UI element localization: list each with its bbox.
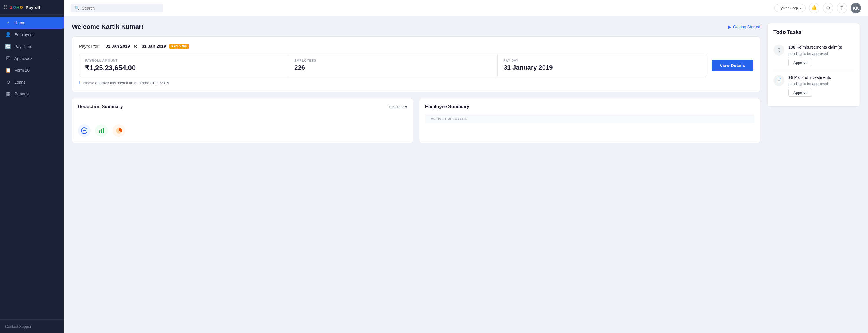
logo-z: Z <box>10 5 12 9</box>
sidebar-label-home: Home <box>14 21 25 25</box>
sidebar-item-reports[interactable]: ▦ Reports <box>0 88 64 100</box>
todo-item-investments: 📄 96 Proof of investments pending to be … <box>773 71 854 101</box>
logo-area: ⠿ ZOHO Payroll <box>0 0 64 15</box>
payroll-prefix: Payroll for <box>79 44 99 48</box>
payroll-amount-value: ₹1,25,23,654.00 <box>85 64 282 72</box>
sidebar-item-loans[interactable]: ⊙ Loans <box>0 76 64 88</box>
sidebar-item-form16[interactable]: 📋 Form 16 <box>0 64 64 76</box>
sidebar-label-pay-runs: Pay Runs <box>14 44 32 49</box>
reimbursements-sub: pending to be approved <box>788 52 854 56</box>
summary-row: Deduction Summary This Year ▾ <box>72 98 761 143</box>
search-box[interactable]: 🔍 <box>71 4 163 12</box>
contact-support-link[interactable]: Contact Support <box>5 324 32 329</box>
deduction-summary-header: Deduction Summary This Year ▾ <box>78 104 407 109</box>
payroll-warning: ℹ Please approve this payroll on or befo… <box>79 80 753 85</box>
investments-sub: pending to be approved <box>788 81 854 86</box>
logo-o2: O <box>20 5 23 9</box>
year-chevron-icon: ▾ <box>405 105 407 109</box>
help-button[interactable]: ? <box>837 3 847 13</box>
approve-reimbursements-button[interactable]: Approve <box>788 59 812 66</box>
deduction-icon-blue <box>78 124 91 137</box>
todo-item-2-text: 96 Proof of investments <box>788 75 854 81</box>
todo-item-reimbursements: ₹ 136 Reimbursements claim(s) pending to… <box>773 40 854 71</box>
help-icon: ? <box>841 5 843 11</box>
payroll-date-to: 31 Jan 2019 <box>142 44 166 48</box>
logo-o1: O <box>13 5 16 9</box>
payroll-card: Payroll for 01 Jan 2019 to 31 Jan 2019 P… <box>72 36 761 92</box>
sidebar-nav: ⌂ Home 👤 Employees 🔄 Pay Runs ☑ Approval… <box>0 15 64 320</box>
sidebar-item-approvals[interactable]: ☑ Approvals › <box>0 52 64 64</box>
svg-rect-1 <box>99 130 100 133</box>
investments-label: Proof of investments <box>794 75 831 80</box>
play-icon: ▶ <box>728 25 732 29</box>
year-selector-label: This Year <box>388 105 404 109</box>
main-area: 🔍 Zylker Corp ▾ 🔔 ⚙ ? KK <box>64 0 868 333</box>
deduction-summary-card: Deduction Summary This Year ▾ <box>72 98 413 143</box>
deduction-summary-title: Deduction Summary <box>78 104 123 109</box>
todo-title: Todo Tasks <box>773 29 854 35</box>
todo-item-1-content: 136 Reimbursements claim(s) pending to b… <box>788 44 854 66</box>
search-icon: 🔍 <box>75 6 80 10</box>
svg-rect-3 <box>103 128 104 133</box>
sidebar-item-pay-runs[interactable]: 🔄 Pay Runs <box>0 40 64 52</box>
payroll-amount-label: PAYROLL AMOUNT <box>85 59 282 62</box>
approvals-icon: ☑ <box>5 56 11 61</box>
content-main: Welcome Kartik Kumar! ▶ Getting Started … <box>72 23 761 326</box>
welcome-row: Welcome Kartik Kumar! ▶ Getting Started <box>72 23 761 31</box>
reimbursements-count: 136 <box>788 45 795 49</box>
employees-stat-label: EMPLOYEES <box>294 59 492 62</box>
todo-item-2-content: 96 Proof of investments pending to be ap… <box>788 75 854 97</box>
info-icon: ℹ <box>79 80 81 85</box>
sidebar-label-loans: Loans <box>14 80 26 85</box>
sidebar-label-employees: Employees <box>14 32 34 37</box>
approvals-arrow: › <box>57 57 58 60</box>
avatar-initials: KK <box>852 5 859 10</box>
reimbursements-icon: ₹ <box>773 44 784 56</box>
approve-investments-button[interactable]: Approve <box>788 89 812 97</box>
form16-icon: 📋 <box>5 67 11 73</box>
gear-icon: ⚙ <box>826 5 830 11</box>
view-details-button[interactable]: View Details <box>712 60 753 71</box>
org-name: Zylker Corp <box>779 6 798 10</box>
payroll-details-wrap: PAYROLL AMOUNT ₹1,25,23,654.00 EMPLOYEES… <box>79 54 753 77</box>
content: Welcome Kartik Kumar! ▶ Getting Started … <box>64 16 868 333</box>
employee-summary-table-header: ACTIVE EMPLOYEES <box>425 114 754 124</box>
employees-icon: 👤 <box>5 32 11 37</box>
sidebar-footer: Contact Support <box>0 320 64 333</box>
header: 🔍 Zylker Corp ▾ 🔔 ⚙ ? KK <box>64 0 868 16</box>
investments-icon: 📄 <box>773 75 784 86</box>
active-employees-col: ACTIVE EMPLOYEES <box>431 117 748 121</box>
deduction-chart <box>78 114 407 137</box>
deduction-icon-green <box>95 124 108 137</box>
user-avatar[interactable]: KK <box>850 3 861 13</box>
getting-started-button[interactable]: ▶ Getting Started <box>728 25 761 29</box>
pay-day-value: 31 January 2019 <box>503 64 701 71</box>
year-selector[interactable]: This Year ▾ <box>388 105 407 109</box>
loans-icon: ⊙ <box>5 79 11 85</box>
settings-button[interactable]: ⚙ <box>823 3 833 13</box>
logo-h: H <box>17 5 19 9</box>
deduction-icon-orange <box>113 124 125 137</box>
employees-count-value: 226 <box>294 64 492 71</box>
grid-icon[interactable]: ⠿ <box>3 4 7 10</box>
employee-summary-card: Employee Summary ACTIVE EMPLOYEES <box>419 98 761 143</box>
sidebar-label-reports: Reports <box>14 92 29 96</box>
investments-count: 96 <box>788 75 793 80</box>
notifications-button[interactable]: 🔔 <box>809 3 819 13</box>
reimbursements-label: Reimbursements claim(s) <box>796 45 842 49</box>
search-input[interactable] <box>82 6 159 10</box>
sidebar-item-employees[interactable]: 👤 Employees <box>0 29 64 40</box>
sidebar-label-form16: Form 16 <box>14 68 30 72</box>
payroll-date-from: 01 Jan 2019 <box>105 44 130 48</box>
header-actions: Zylker Corp ▾ 🔔 ⚙ ? KK <box>774 3 861 13</box>
getting-started-label: Getting Started <box>733 25 761 29</box>
pending-badge: PENDING <box>169 44 189 48</box>
todo-item-1-text: 136 Reimbursements claim(s) <box>788 44 854 50</box>
sidebar-item-home[interactable]: ⌂ Home <box>0 17 64 29</box>
pay-day-stat: PAY DAY 31 January 2019 <box>498 54 707 77</box>
employee-summary-header: Employee Summary <box>425 104 754 109</box>
org-chevron-icon: ▾ <box>800 6 801 9</box>
org-selector[interactable]: Zylker Corp ▾ <box>774 4 806 12</box>
app-name: Payroll <box>26 5 40 10</box>
employee-summary-title: Employee Summary <box>425 104 469 109</box>
